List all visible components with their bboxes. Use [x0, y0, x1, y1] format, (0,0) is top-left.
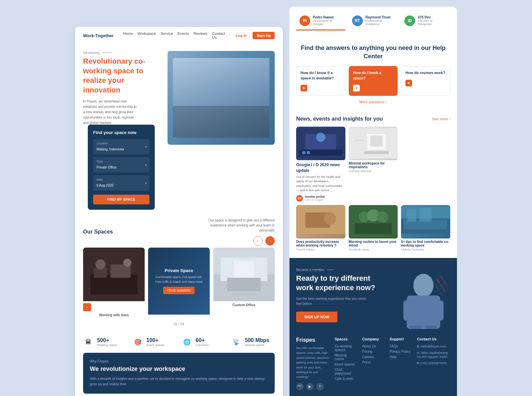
morning-title: Morning routine to boost your mood: [349, 240, 398, 247]
support-link-faqs[interactable]: FAQs: [390, 344, 412, 348]
news-section: News, events and insights for you See mo…: [289, 109, 457, 258]
countries-icon: 🌐: [182, 337, 192, 347]
news-card-morning: Morning routine to boost your mood Eliza…: [349, 205, 398, 251]
cta-section: Became a member Ready to try different w…: [289, 258, 457, 329]
space-card-private: Private Space Comfortable space, Full sp…: [148, 248, 210, 319]
ios-role: iOS Dev at Tokopedia: [418, 19, 447, 26]
company-link-careers[interactable]: Careers: [362, 355, 384, 359]
tips-title: 5+ tips to find comfortable co-working s…: [401, 240, 450, 247]
date-field[interactable]: Date 9 Aug 2020 ▾: [93, 175, 149, 191]
company-link-press[interactable]: Press: [362, 360, 384, 364]
faq-toggle-2[interactable]: ▾: [353, 85, 360, 91]
nav-home[interactable]: Home: [123, 31, 133, 40]
meeting-rooms-label: Meeting rooms: [97, 343, 117, 347]
google-io-author: SP Sundar pichai CEO at Google: [296, 195, 345, 202]
instagram-icon[interactable]: 📷: [296, 383, 304, 390]
signup-button[interactable]: Sign Up: [253, 32, 275, 39]
facebook-icon[interactable]: f: [316, 383, 324, 390]
raymond-name: Raymond Thual: [365, 15, 395, 19]
why-label: Why Frispes: [90, 359, 268, 363]
why-description: With a decade of insights and expertise,…: [90, 376, 268, 387]
event-spaces-number: 100+: [146, 337, 164, 343]
space-label-team: Working with team: [83, 311, 145, 319]
sundar-name: Sundar pichai: [305, 195, 325, 198]
check-availability-button[interactable]: Check availability: [163, 287, 195, 294]
space-arrow-button-team[interactable]: →: [83, 303, 91, 311]
find-space-title: Find your space now: [93, 130, 149, 135]
nav-contact[interactable]: Contact Us: [212, 31, 229, 40]
logo: Work-Together: [83, 33, 114, 38]
footer-address: A. Jalan Jayakatasang No.301 Nguyen, Ked…: [417, 351, 450, 359]
svg-point-13: [316, 133, 325, 142]
spaces-title: Our Spaces: [83, 229, 113, 235]
sundar-avatar: SP: [296, 195, 303, 202]
youtube-icon[interactable]: ▶: [306, 383, 314, 390]
svg-rect-10: [234, 261, 254, 278]
private-space-desc: Comfortable space, Full speed wifi, Free…: [153, 275, 204, 284]
news-card-minimal: Minimal workspace for inspirations Antho…: [349, 127, 398, 202]
support-link-privacy[interactable]: Privacy Policy: [390, 350, 412, 353]
cta-button[interactable]: SIGN UP NOW: [296, 312, 337, 322]
faq-item-1[interactable]: How do I know if a space is available? ▾: [296, 66, 345, 96]
login-button[interactable]: Log In: [236, 34, 247, 38]
footer-support-col: Support FAQs Privacy Policy Help: [390, 337, 412, 390]
faq-toggle-3[interactable]: ▾: [405, 80, 412, 86]
footer-contact-col: Contact Us E. Hello@frispes.com A. Jalan…: [417, 337, 450, 390]
svg-line-42: [440, 275, 447, 289]
nav-events[interactable]: Events: [178, 31, 189, 40]
svg-rect-38: [434, 301, 444, 321]
faq-question-2: How do I book a space?: [353, 70, 394, 81]
meeting-rooms-icon: 🏛: [83, 337, 94, 347]
footer-brand-desc: We offer comfortable spaces, cozy cafe, …: [296, 346, 329, 380]
spaces-link-meeting[interactable]: Meeting rooms: [335, 353, 357, 361]
company-col-title: Company: [362, 337, 384, 341]
faq-toggle-1[interactable]: ▾: [301, 85, 307, 91]
spaces-link-child[interactable]: Child playground: [335, 368, 357, 375]
spaces-pagination: 01 / 04: [83, 322, 275, 326]
introducing-label: Introducing: [83, 51, 162, 55]
location-field[interactable]: Location Malang, Indonesia ▾: [93, 139, 149, 154]
faq-grid: How do I know if a space is available? ▾…: [296, 66, 450, 96]
footer-company-col: Company About Us Pricing Careers Press: [362, 337, 384, 390]
avatar-pedro: PI: [300, 15, 310, 26]
hero-description: In frispes, we spearhead new initiatives…: [83, 99, 137, 126]
meeting-rooms-number: 500+: [97, 337, 117, 343]
news-card-productivity: Does productivity increase when working …: [296, 205, 345, 251]
type-label: Type: [96, 160, 146, 163]
stat-meeting-rooms: 🏛 500+ Meeting rooms: [83, 337, 127, 347]
spaces-link-cafe[interactable]: Cafe & resto: [335, 377, 357, 381]
nav-reviews[interactable]: Reviews: [194, 31, 208, 40]
pedro-role: UI Designer at Google: [313, 19, 342, 26]
spaces-link-coworking[interactable]: Co-working spaces: [335, 344, 357, 352]
spaces-next-button[interactable]: →: [265, 236, 275, 246]
internet-icon: 📡: [231, 337, 242, 347]
see-more-link[interactable]: See more ›: [432, 117, 450, 121]
testimonial-pedro[interactable]: PI Pedro Ibanez UI Designer at Google: [296, 12, 345, 30]
testimonial-raymond[interactable]: RT Raymond Thual Professional Freelancer: [349, 12, 398, 30]
spaces-link-event[interactable]: Event spaces: [335, 362, 357, 366]
faq-item-3[interactable]: How do reviews work? ▾: [401, 66, 450, 96]
find-my-space-button[interactable]: FIND MY SPACE: [93, 195, 149, 204]
date-label: Date: [96, 178, 146, 181]
nav-service[interactable]: Service: [160, 31, 173, 40]
more-questions-link[interactable]: More questions ›: [296, 100, 450, 104]
space-img-custom: [213, 248, 275, 301]
type-field[interactable]: Type Private Office ▾: [93, 157, 149, 173]
spaces-description: Our space is designed to give you a diff…: [208, 218, 275, 233]
nav-workspace[interactable]: Workspace: [138, 31, 156, 40]
contact-col-title: Contact Us: [417, 337, 450, 341]
company-link-about[interactable]: About Us: [362, 344, 384, 348]
event-spaces-icon: 🎯: [132, 337, 143, 347]
support-col-title: Support: [390, 337, 412, 341]
testimonial-ios[interactable]: ID iOS Dev iOS Dev at Tokopedia: [401, 12, 450, 30]
spaces-prev-button[interactable]: ←: [253, 236, 263, 246]
company-link-pricing[interactable]: Pricing: [362, 350, 384, 353]
support-link-help[interactable]: Help: [390, 355, 412, 359]
event-spaces-label: Event spaces: [146, 343, 164, 347]
news-card-tips: 5+ tips to find comfortable co-working s…: [401, 205, 450, 251]
stat-event-spaces: 🎯 100+ Event spaces: [132, 337, 176, 347]
date-value: 9 Aug 2020: [96, 184, 114, 187]
right-panel: PI Pedro Ibanez UI Designer at Google RT…: [289, 7, 457, 396]
faq-item-2[interactable]: How do I book a space? ▾: [349, 66, 398, 96]
help-section: Find the answers to anything you need in…: [289, 36, 457, 109]
